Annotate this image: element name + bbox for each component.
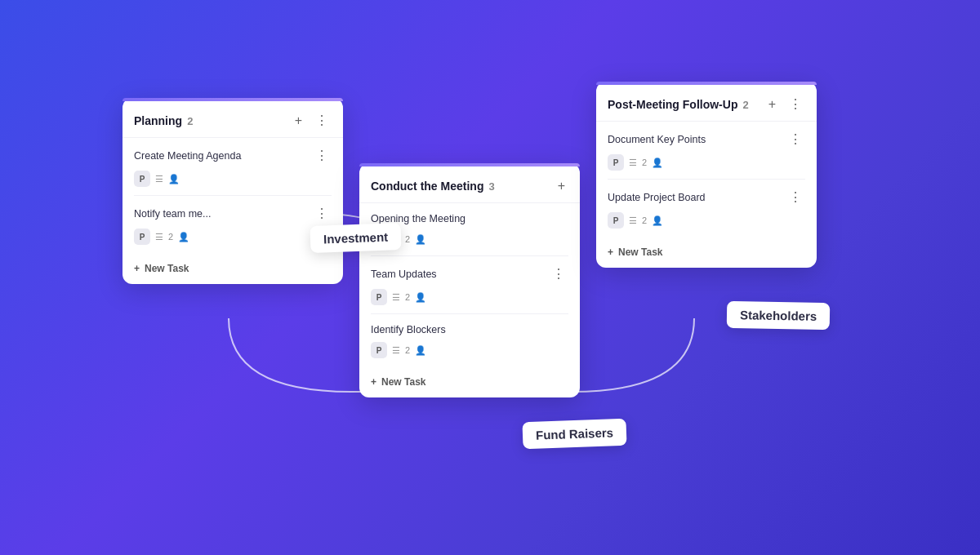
conduct-new-task-button[interactable]: + New Task — [371, 366, 568, 397]
conduct-card-actions: + — [555, 178, 568, 194]
followup-card: Post-Meeting Follow-Up 2 + ⋮ Document Ke… — [596, 82, 817, 268]
planning-card-body: Create Meeting Agenda ⋮ P ☰ 👤 Notify tea… — [122, 138, 343, 284]
task-item: Notify team me... ⋮ P ☰ 2 👤 — [134, 196, 332, 253]
task-meta: P ☰ 👤 — [134, 171, 332, 187]
task-item: Update Project Board ⋮ P ☰ 2 👤 — [608, 180, 805, 237]
task-menu-button[interactable]: ⋮ — [786, 189, 805, 206]
list-icon: ☰ — [392, 345, 400, 356]
task-meta: P ☰ 2 👤 — [608, 212, 805, 229]
kanban-board: Planning 2 + ⋮ Create Meeting Agenda ⋮ P… — [122, 65, 858, 490]
meta-count: 2 — [168, 232, 173, 242]
priority-badge: P — [608, 212, 624, 229]
meta-count: 2 — [405, 292, 410, 302]
plus-icon: + — [371, 376, 376, 388]
task-title-row: Update Project Board ⋮ — [608, 189, 805, 206]
task-title-row: Create Meeting Agenda ⋮ — [134, 148, 332, 164]
priority-badge: P — [371, 342, 387, 358]
list-icon: ☰ — [629, 158, 637, 168]
person-icon: 👤 — [415, 292, 426, 303]
task-title-row: Identify Blockers — [371, 324, 568, 335]
conduct-card: Conduct the Meeting 3 + Opening the Meet… — [359, 163, 580, 397]
followup-card-title: Post-Meeting Follow-Up 2 — [608, 98, 749, 111]
task-item: Document Key Points ⋮ P ☰ 2 👤 — [608, 122, 805, 180]
task-item: Identify Blockers P ☰ 2 👤 — [371, 314, 568, 366]
person-icon: 👤 — [415, 234, 426, 245]
person-icon: 👤 — [178, 232, 189, 242]
meta-count: 2 — [405, 234, 410, 244]
task-title-row: Notify team me... ⋮ — [134, 206, 332, 222]
stakeholders-tag: Stakeholders — [727, 301, 831, 330]
meta-count: 2 — [642, 158, 647, 167]
task-menu-button[interactable]: ⋮ — [549, 266, 568, 282]
investment-tag: Investment — [310, 223, 401, 253]
list-icon: ☰ — [155, 174, 163, 184]
priority-badge: P — [134, 229, 150, 245]
conduct-add-button[interactable]: + — [555, 178, 568, 194]
plus-icon: + — [608, 246, 613, 258]
task-item: Create Meeting Agenda ⋮ P ☰ 👤 — [134, 138, 332, 196]
priority-badge: P — [371, 289, 387, 305]
planning-add-button[interactable]: + — [292, 113, 305, 129]
priority-badge: P — [608, 154, 624, 171]
planning-menu-button[interactable]: ⋮ — [312, 113, 332, 129]
list-icon: ☰ — [392, 292, 400, 303]
task-meta: P ☰ 2 👤 — [371, 289, 568, 305]
followup-add-button[interactable]: + — [765, 96, 779, 113]
priority-badge: P — [134, 171, 150, 187]
task-title-row: Team Updates ⋮ — [371, 266, 568, 282]
followup-menu-button[interactable]: ⋮ — [786, 96, 805, 113]
planning-card-header: Planning 2 + ⋮ — [122, 101, 343, 137]
conduct-card-title: Conduct the Meeting 3 — [371, 180, 495, 193]
planning-new-task-button[interactable]: + New Task — [134, 253, 332, 284]
task-item: Team Updates ⋮ P ☰ 2 👤 — [371, 256, 568, 314]
task-meta: P ☰ 2 👤 — [134, 229, 332, 245]
planning-card-title: Planning 2 — [134, 114, 193, 127]
task-menu-button[interactable]: ⋮ — [312, 206, 332, 222]
planning-card: Planning 2 + ⋮ Create Meeting Agenda ⋮ P… — [122, 98, 343, 284]
task-menu-button[interactable]: ⋮ — [786, 131, 805, 148]
task-title-row: Document Key Points ⋮ — [608, 131, 805, 148]
person-icon: 👤 — [168, 174, 180, 184]
followup-new-task-button[interactable]: + New Task — [608, 237, 805, 268]
list-icon: ☰ — [629, 215, 637, 226]
task-meta: P ☰ 2 👤 — [608, 154, 805, 171]
fund-raisers-tag: Fund Raisers — [522, 419, 626, 449]
meta-count: 2 — [405, 345, 410, 355]
task-title-row: Opening the Meeting — [371, 213, 568, 224]
followup-card-header: Post-Meeting Follow-Up 2 + ⋮ — [596, 85, 817, 121]
person-icon: 👤 — [652, 158, 663, 168]
planning-card-actions: + ⋮ — [292, 113, 332, 129]
meta-count: 2 — [642, 215, 647, 225]
conduct-card-header: Conduct the Meeting 3 + — [359, 166, 580, 202]
person-icon: 👤 — [415, 345, 426, 356]
followup-card-body: Document Key Points ⋮ P ☰ 2 👤 Update Pro… — [596, 122, 817, 268]
list-icon: ☰ — [155, 232, 163, 242]
plus-icon: + — [134, 263, 140, 274]
task-meta: P ☰ 2 👤 — [371, 342, 568, 358]
task-menu-button[interactable]: ⋮ — [312, 148, 332, 164]
followup-card-actions: + ⋮ — [765, 96, 805, 113]
person-icon: 👤 — [652, 215, 663, 226]
